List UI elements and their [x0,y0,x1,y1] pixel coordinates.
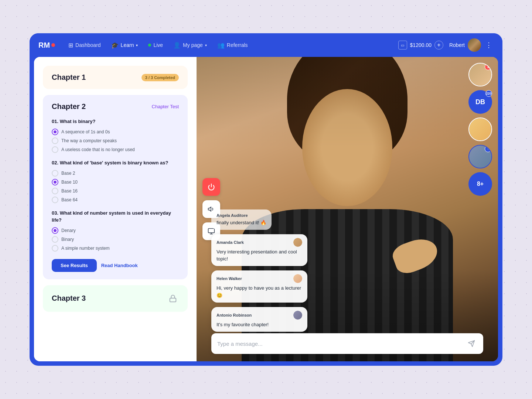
q2-option-2[interactable]: Base 10 [52,179,179,185]
chapter1-card: Chapter 1 3 / 3 Completed [43,66,188,89]
question-1-text: 01. What is binary? [52,118,179,125]
q3-option-2[interactable]: Binary [52,236,179,243]
question-2: 02. What kind of 'base' system is binary… [52,160,179,203]
dashboard-icon: ⊞ [68,42,73,49]
chat-helen-avatar [293,274,302,283]
nav-my-page[interactable]: 👤 My page ▾ [169,40,211,51]
q1-radio-3[interactable] [52,146,58,153]
add-balance-button[interactable]: + [434,41,443,50]
q2-radio-3[interactable] [52,188,58,194]
q3-option-1-text: Denary [61,228,76,233]
q1-radio-2[interactable] [52,137,58,144]
svg-marker-2 [208,207,211,211]
q3-radio-1[interactable] [52,227,58,234]
participant-4-badge: ↑ [485,146,491,152]
user-name: Robert [449,42,465,48]
participant-2-circle: DB 220 [468,90,492,114]
q2-option-2-text: Base 10 [61,180,78,185]
q3-option-3-text: A simple number system [61,246,110,251]
avatar-image [468,38,481,52]
nav-live[interactable]: Live [144,40,167,50]
question-1: 01. What is binary? A sequence of 1s and… [52,118,179,153]
q3-radio-3[interactable] [52,245,58,252]
q3-option-3[interactable]: A simple number system [52,245,179,252]
q3-radio-2[interactable] [52,236,58,243]
q1-option-2-text: The way a computer speaks [61,138,117,143]
q2-radio-1[interactable] [52,170,58,177]
q1-option-2[interactable]: The way a computer speaks [52,137,179,144]
main-content: Chapter 1 3 / 3 Completed Chapter 2 Chap… [34,57,498,361]
more-options-icon[interactable]: ⋮ [484,40,494,51]
more-participants-count: 8+ [477,181,484,187]
message-input-area: Type a message... [211,333,483,354]
chat-antonio-text: It's my favourite chapter! [216,322,269,327]
q1-option-3-text: A useless code that is no longer used [61,147,135,152]
q2-radio-4[interactable] [52,197,58,203]
question-3-text: 03. What kind of number system is used i… [52,210,179,223]
nav-items: ⊞ Dashboard 🎓 Learn ▾ Live 👤 My page ▾ 👥… [64,40,395,51]
q3-option-1[interactable]: Denary [52,227,179,234]
logo-text: RM [38,41,50,50]
chat-partial-bubble: Angela Auditore finally understand it! 🔥 [211,209,272,230]
q2-option-3[interactable]: Base 16 [52,188,179,194]
q2-radio-2[interactable] [52,179,58,185]
nav-dashboard[interactable]: ⊞ Dashboard [64,40,105,51]
learn-chevron-icon: ▾ [136,43,138,47]
more-participants[interactable]: 8+ [468,172,492,196]
q2-option-4[interactable]: Base 64 [52,197,179,203]
q1-option-1[interactable]: A sequence of 1s and 0s [52,129,179,135]
message-input-box: Type a message... [211,333,483,354]
send-button[interactable] [466,338,477,349]
live-dot-icon [148,44,151,47]
question-2-text: 02. What kind of 'base' system is binary… [52,160,179,166]
q1-radio-1[interactable] [52,129,58,135]
chat-antonio-name: Antonio Robinson [216,313,252,317]
chapter2-title: Chapter 2 [52,102,86,111]
chapter3-card: Chapter 3 [43,285,188,312]
q1-option-3[interactable]: A useless code that is no longer used [52,146,179,153]
question-3: 03. What kind of number system is used i… [52,210,179,251]
participant-4-avatar: ↑ [468,145,492,168]
user-info: Robert ⋮ [449,38,494,52]
wallet-icon: ▭ [398,41,407,50]
chat-area: Angela Auditore finally understand it! 🔥… [211,209,307,332]
power-button[interactable] [202,178,220,196]
chat-bubble-antonio: Antonio Robinson It's my favourite chapt… [211,307,307,332]
participant-1-badge: 1 [485,64,491,70]
left-panel: Chapter 1 3 / 3 Completed Chapter 2 Chap… [34,57,197,361]
chat-amanda-avatar [293,238,302,247]
chat-bubble-helen: Helen Walker Hi, very happy to have you … [211,270,307,302]
chapter1-title: Chapter 1 [52,73,86,82]
chat-helen-name: Helen Walker [216,276,242,281]
app-container: RM ⊞ Dashboard 🎓 Learn ▾ Live 👤 My page … [30,33,502,366]
lock-icon [167,293,179,304]
message-input-placeholder[interactable]: Type a message... [217,341,466,347]
action-row: See Results Read Handbook [52,259,179,272]
see-results-button[interactable]: See Results [52,259,97,272]
nav-learn[interactable]: 🎓 Learn ▾ [107,40,143,51]
chat-helen-header: Helen Walker [216,274,302,283]
chapter-test-link[interactable]: Chapter Test [152,104,179,109]
referrals-icon: 👥 [217,42,225,49]
my-page-chevron-icon: ▾ [205,43,207,47]
q2-option-1[interactable]: Base 2 [52,170,179,177]
my-page-icon: 👤 [173,42,181,49]
chapter2-header: Chapter 2 Chapter Test [52,102,179,111]
nav-right: ▭ $1200.00 + Robert ⋮ [398,38,494,52]
participants-panel: 1 DB 220 ↑ 8+ [468,63,492,196]
balance-amount: $1200.00 [410,42,432,48]
chat-partial-sender: Angela Auditore [216,213,248,218]
navbar: RM ⊞ Dashboard 🎓 Learn ▾ Live 👤 My page … [30,33,502,57]
chapter3-title: Chapter 3 [52,294,86,303]
participant-1-avatar: 1 [468,63,492,86]
chat-amanda-header: Amanda Clark [216,238,302,247]
nav-referrals[interactable]: 👥 Referrals [213,40,252,51]
chapter2-card: Chapter 2 Chapter Test 01. What is binar… [43,95,188,279]
read-handbook-button[interactable]: Read Handbook [101,259,138,272]
chat-partial-text: finally understand it! 🔥 [216,220,266,225]
chat-antonio-avatar [293,311,302,320]
chat-bubble-amanda: Amanda Clark Very interesting presentati… [211,234,307,266]
participant-3-avatar [468,117,492,141]
chat-antonio-header: Antonio Robinson [216,311,302,320]
q2-option-3-text: Base 16 [61,188,78,194]
